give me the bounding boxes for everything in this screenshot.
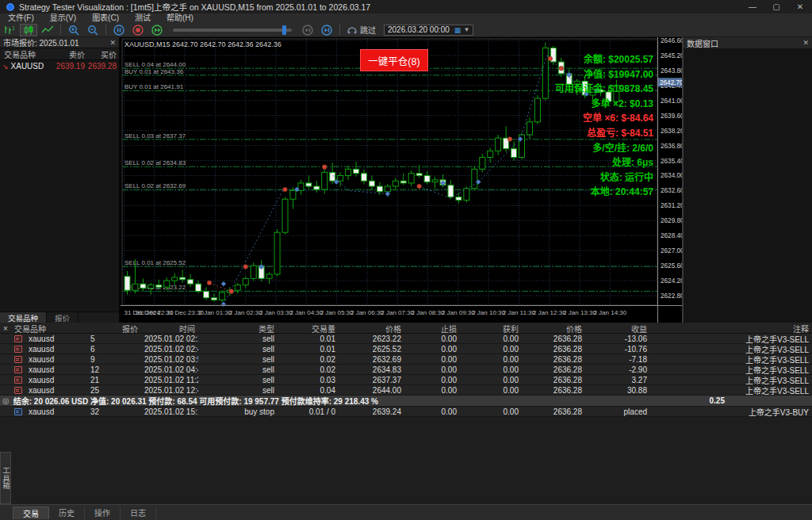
- calendar-icon: ▦: [454, 26, 462, 34]
- svg-text:2641.00: 2641.00: [661, 98, 682, 105]
- line-mode-icon[interactable]: [39, 24, 56, 36]
- market-watch-panel: 市场报价: 2025.01.01 ✕ 交易品种卖价买价 ↘XAUUSD2639.…: [0, 37, 121, 323]
- menu-item-2[interactable]: 图表(C): [84, 13, 127, 23]
- svg-text:2 Jan 12:30: 2 Jan 12:30: [533, 309, 566, 316]
- svg-text:2 Jan 09:30: 2 Jan 09:30: [442, 309, 475, 316]
- svg-text:2625.60: 2625.60: [661, 262, 682, 270]
- skip-label: 跳过: [360, 24, 376, 36]
- toolbox-close-icon[interactable]: ×: [0, 324, 11, 333]
- bars-mode-icon[interactable]: 1: [1, 24, 18, 36]
- svg-text:BUY 0.01 at 2643.36: BUY 0.01 at 2643.36: [124, 68, 184, 75]
- sell-order-icon: [14, 366, 22, 373]
- play-next-icon[interactable]: [318, 24, 335, 36]
- chart-panel: SELL 0.04 at 2644.00BUY 0.01 at 2643.36B…: [121, 37, 682, 323]
- speed-slider[interactable]: [173, 29, 292, 32]
- window-title: Strategy Tester Visualization : [1mt5]上帝…: [19, 1, 370, 13]
- data-window-close-icon[interactable]: ✕: [802, 39, 809, 47]
- svg-text:2 Jan 01:30: 2 Jan 01:30: [198, 309, 232, 316]
- svg-text:2631.20: 2631.20: [661, 202, 682, 209]
- svg-text:2 Jan 13:30: 2 Jan 13:30: [563, 309, 596, 316]
- menu-item-4[interactable]: 帮助(H): [159, 13, 201, 23]
- maximize-button[interactable]: ▢: [764, 0, 788, 13]
- sell-order-icon: [14, 356, 22, 363]
- toolbar: 1 跳过 2026.03.20 00:00 ▦ ▼: [0, 23, 812, 37]
- svg-text:余额: $20025.57: 余额: $20025.57: [583, 53, 653, 65]
- toolbox-tab-历史[interactable]: 历史: [49, 507, 85, 519]
- svg-text:2646.60: 2646.60: [661, 37, 682, 44]
- summary-icon: ◎: [2, 396, 10, 405]
- fast-forward-icon[interactable]: [148, 24, 166, 36]
- market-watch-close-icon[interactable]: ✕: [109, 39, 116, 47]
- svg-text:2643.80: 2643.80: [661, 67, 682, 75]
- svg-text:2624.20: 2624.20: [661, 277, 682, 285]
- title-bar: Strategy Tester Visualization : [1mt5]上帝…: [0, 0, 812, 13]
- menu-item-1[interactable]: 显示(V): [42, 13, 84, 23]
- buy-order-icon: [14, 408, 22, 415]
- svg-text:2 Jan 10:30: 2 Jan 10:30: [472, 309, 505, 316]
- svg-text:2 Jan 03:30: 2 Jan 03:30: [259, 309, 293, 316]
- data-window-panel: 数据窗口 ✕: [684, 37, 812, 323]
- date-value: 2026.03.20 00:00: [388, 25, 450, 34]
- market-watch-tab-交易品种[interactable]: 交易品种: [0, 312, 47, 323]
- menu-item-0[interactable]: 文件(F): [0, 13, 42, 23]
- svg-text:2629.80: 2629.80: [661, 217, 682, 224]
- svg-text:1: 1: [12, 25, 15, 31]
- market-watch-tab-报价[interactable]: 报价: [47, 312, 79, 323]
- svg-text:2 Jan 02:30: 2 Jan 02:30: [229, 309, 262, 316]
- svg-text:2 Jan 07:30: 2 Jan 07:30: [381, 309, 414, 316]
- sell-order-icon: [14, 387, 22, 394]
- caret-down-icon: ▼: [463, 26, 469, 33]
- zoom-in-icon[interactable]: [65, 24, 82, 36]
- svg-text:2 Jan 06:30: 2 Jan 06:30: [350, 309, 384, 316]
- svg-text:处理: 6μs: 处理: 6μs: [611, 156, 653, 168]
- toolbox-tab-日志[interactable]: 日志: [121, 507, 156, 519]
- svg-text:2628.40: 2628.40: [661, 232, 682, 239]
- svg-text:2638.20: 2638.20: [661, 128, 682, 135]
- svg-text:2 Jan 05:30: 2 Jan 05:30: [320, 309, 354, 316]
- menu-item-3[interactable]: 测试: [127, 13, 159, 23]
- candles-mode-icon[interactable]: [20, 24, 37, 36]
- toolbox-tab-操作[interactable]: 操作: [85, 507, 121, 519]
- app-icon: [6, 3, 14, 11]
- svg-text:BUY 0.01 at 2641.91: BUY 0.01 at 2641.91: [124, 83, 184, 90]
- price-down-icon: ↘: [2, 63, 9, 71]
- sell-order-icon: [14, 335, 22, 342]
- market-watch-title: 市场报价: 2025.01.01: [3, 36, 79, 48]
- svg-text:可用保证金: $19878.45: 可用保证金: $19878.45: [555, 82, 653, 94]
- stop-icon[interactable]: [129, 24, 147, 36]
- data-window-title: 数据窗口: [687, 37, 718, 49]
- svg-text:SELL 0.01 at 2625.52: SELL 0.01 at 2625.52: [124, 259, 186, 266]
- svg-text:2632.60: 2632.60: [661, 187, 682, 194]
- trade-row[interactable]: xauusd322025.01.02 15:15:...buy stop0.01…: [0, 407, 812, 417]
- strategy-tester-window: Strategy Tester Visualization : [1mt5]上帝…: [0, 0, 812, 520]
- speed-slider-thumb[interactable]: [282, 25, 286, 35]
- close-button[interactable]: ✕: [788, 0, 812, 13]
- step-disabled-icon[interactable]: [299, 24, 316, 36]
- toolbox-vertical-tab[interactable]: 工具箱: [0, 452, 11, 504]
- svg-text:SELL 0.04 at 2644.00: SELL 0.04 at 2644.00: [124, 61, 186, 68]
- svg-text:2 Jan 08:30: 2 Jan 08:30: [412, 309, 445, 316]
- zoom-out-icon[interactable]: [84, 24, 102, 36]
- toolbox-tab-交易[interactable]: 交易: [13, 507, 49, 519]
- market-watch-columns: 交易品种卖价买价: [0, 48, 119, 60]
- pause-icon[interactable]: [110, 24, 128, 36]
- svg-text:2622.80: 2622.80: [661, 292, 682, 300]
- close-all-positions-button[interactable]: 一键平仓(8): [360, 49, 428, 71]
- price-chart[interactable]: SELL 0.04 at 2644.00BUY 0.01 at 2643.36B…: [121, 37, 682, 323]
- svg-text:2 Jan 11:30: 2 Jan 11:30: [503, 309, 536, 316]
- skip-icon: [347, 25, 358, 35]
- date-picker[interactable]: 2026.03.20 00:00 ▦ ▼: [384, 25, 473, 36]
- svg-text:2639.60: 2639.60: [661, 113, 682, 120]
- skip-control[interactable]: 跳过: [347, 24, 376, 36]
- svg-text:多单 ×2: $0.13: 多单 ×2: $0.13: [592, 98, 654, 109]
- svg-text:2 Jan 14:30: 2 Jan 14:30: [593, 309, 626, 316]
- svg-text:2627.00: 2627.00: [661, 247, 682, 254]
- market-watch-row[interactable]: ↘XAUUSD2639.192639.28: [0, 60, 119, 72]
- svg-text:多/空/挂: 2/6/0: 多/空/挂: 2/6/0: [592, 142, 653, 154]
- svg-text:2634.00: 2634.00: [661, 172, 682, 179]
- content-area: 市场报价: 2025.01.01 ✕ 交易品种卖价买价 ↘XAUUSD2639.…: [0, 37, 812, 323]
- minimize-button[interactable]: —: [741, 0, 764, 13]
- toolbox-panel: ×交易品种报价时间类型交易量价格止损获利价格收益注释 xauusd52025.0…: [0, 323, 812, 504]
- market-watch-tabs: 交易品种报价: [0, 312, 119, 323]
- svg-text:总盈亏: $-84.51: 总盈亏: $-84.51: [587, 127, 653, 139]
